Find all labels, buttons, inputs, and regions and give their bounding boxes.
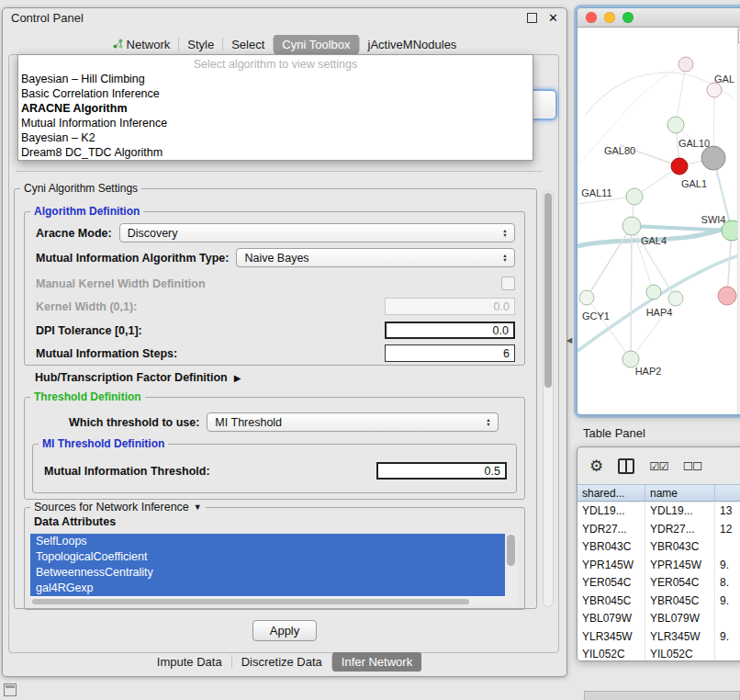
table-cell: 9. (715, 557, 740, 575)
combo-arrows-icon: ▲▼ (499, 229, 510, 238)
table-cell (715, 538, 740, 557)
table-cell: YDR27... (577, 521, 645, 539)
table-cell: YBR045C (577, 593, 645, 611)
control-panel-titlebar[interactable]: Control Panel ✕ (3, 8, 566, 27)
gear-icon[interactable]: ⚙ (589, 458, 603, 474)
bottom-tabs: Impute DataDiscretize DataInfer Network (3, 650, 566, 672)
table-cell: YER054C (577, 574, 645, 593)
dropdown-option[interactable]: Bayesian – Hill Climbing (18, 72, 533, 86)
select-all-icon[interactable]: ☑☑ (649, 459, 667, 473)
network-edge[interactable] (631, 226, 632, 359)
mi-steps-field[interactable]: 6 (385, 344, 515, 362)
network-node-label: GCY1 (582, 310, 610, 322)
aracne-mode-combo[interactable]: Discovery ▲▼ (119, 223, 515, 243)
network-node-label: GAL11 (581, 187, 611, 198)
control-panel-tabs: NetworkStyleSelectCyni ToolboxjActiveMNo… (3, 33, 566, 55)
deselect-all-icon[interactable]: ☐☐ (683, 459, 701, 473)
tab-label: jActiveMNodules (368, 38, 457, 51)
list-horizontal-scrollbar[interactable] (30, 597, 505, 605)
dropdown-option[interactable]: Basic Correlation Inference (18, 86, 533, 101)
float-window-icon[interactable] (527, 13, 537, 23)
table-cell: 13 (715, 502, 740, 521)
list-item[interactable]: SelfLoops (30, 534, 505, 549)
which-threshold-combo[interactable]: MI Threshold ▲▼ (207, 412, 499, 432)
aracne-mode-label: Aracne Mode: (36, 227, 112, 240)
mi-threshold-field[interactable]: 0.5 (376, 462, 507, 480)
network-node[interactable] (718, 287, 736, 305)
network-node[interactable] (671, 158, 688, 175)
mi-steps-label: Mutual Information Steps: (36, 347, 177, 360)
kernel-width-field[interactable]: 0.0 (385, 298, 515, 315)
sources-title-wrap: Sources for Network Inference ▼ (30, 501, 206, 514)
network-edge[interactable] (587, 226, 632, 298)
dropdown-option[interactable]: Mutual Information Inference (18, 116, 533, 130)
bottom-tab-discretize-data[interactable]: Discretize Data (232, 652, 331, 672)
table-row[interactable]: YLR345WYLR345W9. (577, 628, 740, 647)
network-edge[interactable] (587, 298, 631, 359)
network-node[interactable] (707, 83, 722, 97)
table-cell: YIL052C (645, 646, 715, 661)
table-row[interactable]: YIL052CYIL052C (577, 646, 740, 661)
mi-threshold-definition-title: MI Threshold Definition (39, 437, 168, 450)
table-row[interactable]: YDL19...YDL19...13 (577, 502, 740, 521)
table-header-cell[interactable]: shared... (577, 485, 645, 501)
tab-cyni-toolbox[interactable]: Cyni Toolbox (274, 35, 358, 54)
network-window-titlebar[interactable] (577, 8, 740, 28)
network-node[interactable] (579, 290, 594, 305)
table-cell: YBR043C (645, 538, 715, 557)
list-item[interactable]: BetweennessCentrality (30, 565, 505, 581)
network-node[interactable] (701, 146, 725, 170)
bottom-tab-impute-data[interactable]: Impute Data (148, 652, 231, 672)
list-vertical-scrollbar[interactable] (505, 534, 517, 605)
table-row[interactable]: YPR145WYPR145W9. (577, 557, 740, 575)
sources-toggle[interactable]: Sources for Network Inference ▼ (34, 501, 202, 514)
zoom-traffic-light[interactable] (622, 12, 633, 23)
bottom-tab-infer-network[interactable]: Infer Network (332, 652, 421, 672)
table-cell: YER054C (645, 574, 715, 593)
table-row[interactable]: YBL079WYBL079W (577, 610, 740, 628)
settings-vertical-scrollbar[interactable] (543, 190, 554, 607)
network-edge[interactable] (632, 226, 732, 231)
tab-style[interactable]: Style (179, 35, 222, 54)
data-attributes-list[interactable]: SelfLoopsTopologicalCoefficientBetweenne… (30, 534, 517, 605)
dpi-tolerance-field[interactable]: 0.0 (385, 322, 515, 339)
combo-arrows-icon: ▲▼ (483, 418, 494, 427)
dropdown-option[interactable]: Bayesian – K2 (18, 130, 533, 145)
algorithm-definition-title: Algorithm Definition (30, 205, 143, 218)
table-row[interactable]: YBR045CYBR045C9. (577, 593, 740, 611)
collapsed-panel-icon[interactable] (4, 683, 17, 696)
dpi-tolerance-value: 0.0 (493, 324, 509, 337)
table-row[interactable]: YBR043CYBR043C (577, 538, 740, 557)
close-traffic-light[interactable] (586, 12, 597, 23)
table-header-cell[interactable]: name (645, 485, 715, 501)
columns-icon[interactable] (618, 458, 634, 474)
hub-definition-toggle[interactable]: Hub/Transcription Factor Definition ▶ (35, 371, 241, 384)
network-node[interactable] (646, 285, 661, 299)
cyni-settings-title: Cyni Algorithm Settings (20, 182, 141, 195)
table-cell: YLR345W (577, 628, 645, 647)
apply-button[interactable]: Apply (252, 620, 317, 641)
network-node[interactable] (626, 188, 643, 205)
tab-network[interactable]: Network (105, 35, 179, 54)
minimize-traffic-light[interactable] (604, 12, 615, 23)
network-node[interactable] (678, 57, 693, 72)
dropdown-option[interactable]: Dream8 DC_TDC Algorithm (18, 145, 533, 160)
table-header-cell[interactable] (715, 485, 740, 501)
list-item[interactable]: TopologicalCoefficient (30, 549, 505, 565)
table-cell: 9. (715, 593, 740, 611)
kernel-width-value: 0.0 (494, 300, 510, 313)
table-row[interactable]: YDR27...YDR27...12 (577, 521, 740, 539)
network-canvas[interactable]: GAL80GAL10GAL11GAL1SWI4GAL4GCY1HAP4HAP2G… (577, 28, 740, 414)
tab-jactivemnodules[interactable]: jActiveMNodules (360, 35, 465, 54)
network-node[interactable] (668, 291, 683, 306)
mi-algorithm-type-combo[interactable]: Naive Bayes ▲▼ (236, 248, 515, 267)
manual-kernel-width-checkbox[interactable] (501, 277, 515, 290)
table-row[interactable]: YER054CYER054C8. (577, 574, 740, 593)
list-item[interactable]: gal4RGexp (30, 581, 505, 596)
close-icon[interactable]: ✕ (548, 11, 558, 25)
network-node[interactable] (667, 117, 684, 133)
splitter-collapse-arrow[interactable]: ◀ (566, 336, 572, 344)
network-node[interactable] (622, 217, 641, 235)
dropdown-option[interactable]: ARACNE Algorithm (18, 101, 533, 116)
tab-select[interactable]: Select (223, 35, 273, 54)
